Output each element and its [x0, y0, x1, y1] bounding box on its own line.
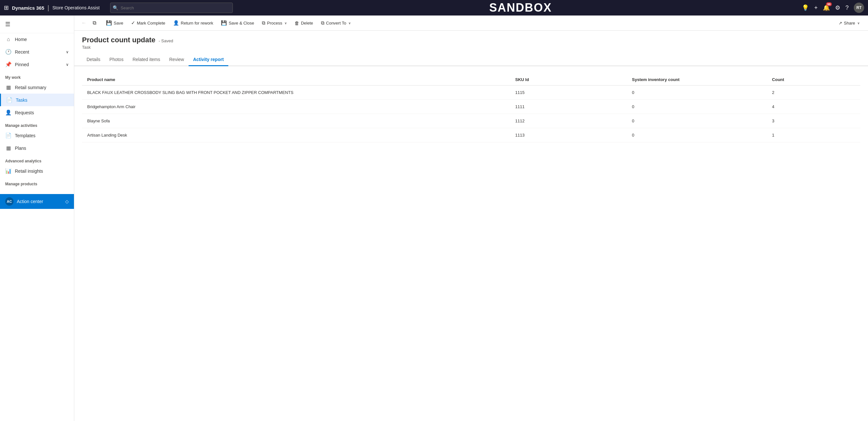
process-icon: ⧉ — [262, 20, 266, 26]
sidebar-item-retail-summary[interactable]: ▦ Retail summary — [0, 81, 74, 94]
table-row[interactable]: Artisan Landing Desk 1113 0 1 — [82, 128, 860, 142]
nav-arrows: ← ⧉ — [80, 19, 99, 27]
action-center-label: Action center — [17, 199, 43, 204]
retail-summary-icon: ▦ — [5, 84, 11, 90]
table-container: Product name SKU Id System inventory cou… — [74, 66, 868, 421]
process-button[interactable]: ⧉ Process ∨ — [259, 18, 290, 28]
tab-activity-report[interactable]: Activity report — [189, 54, 228, 66]
sidebar-item-action-center[interactable]: AC Action center ◇ — [0, 194, 74, 209]
table-row[interactable]: BLACK FAUX LEATHER CROSSBODY SLING BAG W… — [82, 86, 860, 100]
save-label: Save — [114, 21, 123, 26]
action-center-diamond-icon: ◇ — [65, 199, 69, 204]
sidebar-item-templates-label: Templates — [15, 133, 35, 138]
cell-count: 1 — [767, 128, 860, 142]
sidebar-item-requests[interactable]: 👤 Requests — [0, 106, 74, 119]
templates-icon: 📄 — [5, 132, 11, 138]
tab-review[interactable]: Review — [165, 54, 189, 66]
home-icon: ⌂ — [5, 36, 11, 42]
save-close-icon: 💾 — [221, 20, 227, 26]
share-button[interactable]: ↗ Share ∨ — [835, 19, 863, 27]
delete-button[interactable]: 🗑 Delete — [291, 19, 316, 28]
sidebar-item-plans[interactable]: ▦ Plans — [0, 142, 74, 154]
table-row[interactable]: Bridgehampton Arm Chair 1111 0 4 — [82, 100, 860, 114]
sidebar-item-pinned[interactable]: 📌 Pinned ∨ — [0, 58, 74, 71]
topbar-brand: ⊞ Dynamics 365 | Store Operations Assist — [4, 4, 100, 12]
save-and-close-label: Save & Close — [228, 21, 254, 26]
checkmark-icon: ✓ — [131, 20, 135, 26]
page-title: Product count update — [82, 36, 155, 44]
sidebar-item-tasks[interactable]: 📄 Tasks — [0, 94, 74, 106]
sidebar-item-recent-label: Recent — [15, 50, 29, 55]
plans-icon: ▦ — [5, 145, 11, 151]
forward-button[interactable]: ⧉ — [90, 19, 99, 27]
back-button[interactable]: ← — [80, 19, 89, 27]
bulb-icon[interactable]: 💡 — [802, 4, 809, 11]
cell-product-name: Blayne Sofa — [82, 114, 510, 128]
manage-products-section-label: Manage products — [0, 177, 74, 188]
page-subtitle: Task — [82, 45, 860, 50]
share-icon: ↗ — [839, 21, 842, 26]
convert-icon: ⧉ — [321, 20, 324, 26]
topbar: ⊞ Dynamics 365 | Store Operations Assist… — [0, 0, 868, 15]
pinned-icon: 📌 — [5, 61, 11, 67]
action-center-avatar: AC — [5, 197, 13, 206]
main-layout: ☰ ⌂ Home 🕐 Recent ∨ 📌 Pinned ∨ My work ▦… — [0, 15, 868, 421]
return-for-rework-button[interactable]: 👤 Return for rework — [170, 18, 216, 28]
sidebar-item-tasks-label: Tasks — [16, 97, 27, 103]
tasks-icon: 📄 — [6, 97, 12, 103]
tab-details[interactable]: Details — [82, 54, 105, 66]
requests-icon: 👤 — [5, 109, 11, 116]
sidebar-item-retail-insights-label: Retail insights — [15, 168, 43, 174]
table-row[interactable]: Blayne Sofa 1112 0 3 — [82, 114, 860, 128]
sidebar-item-recent[interactable]: 🕐 Recent ∨ — [0, 45, 74, 58]
plus-icon[interactable]: + — [814, 4, 817, 11]
process-dropdown-arrow: ∨ — [284, 21, 287, 25]
avatar[interactable]: RT — [854, 3, 864, 13]
chevron-down-icon: ∨ — [66, 50, 69, 54]
save-and-close-button[interactable]: 💾 Save & Close — [218, 18, 257, 28]
advanced-analytics-section-label: Advanced analytics — [0, 154, 74, 165]
sidebar-item-retail-summary-label: Retail summary — [15, 85, 46, 90]
tabs-bar: Details Photos Related items Review Acti… — [74, 54, 868, 66]
retail-insights-icon: 📊 — [5, 168, 11, 174]
tab-related-items[interactable]: Related items — [128, 54, 165, 66]
return-for-rework-label: Return for rework — [181, 21, 213, 26]
sidebar-item-requests-label: Requests — [15, 110, 34, 115]
topbar-search-area: 🔍 — [110, 3, 233, 13]
waffle-icon[interactable]: ⊞ — [4, 4, 9, 11]
command-bar: ← ⧉ 💾 Save ✓ Mark Complete 👤 Return for … — [74, 15, 868, 31]
delete-label: Delete — [301, 21, 313, 26]
page-header: Product count update - Saved Task — [74, 31, 868, 50]
help-icon[interactable]: ? — [845, 4, 848, 11]
cell-system-inventory-count: 0 — [627, 86, 767, 100]
cell-count: 4 — [767, 100, 860, 114]
sidebar-hamburger-icon[interactable]: ☰ — [0, 18, 74, 30]
save-button[interactable]: 💾 Save — [103, 18, 127, 28]
gear-icon[interactable]: ⚙ — [835, 4, 840, 11]
content-area: ← ⧉ 💾 Save ✓ Mark Complete 👤 Return for … — [74, 15, 868, 421]
search-input[interactable] — [110, 3, 233, 13]
convert-to-button[interactable]: ⧉ Convert To ∨ — [318, 18, 354, 28]
sidebar-item-plans-label: Plans — [15, 145, 26, 151]
sidebar-item-home[interactable]: ⌂ Home — [0, 33, 74, 45]
sidebar-top: ☰ — [0, 15, 74, 33]
col-header-count: Count — [767, 74, 860, 86]
cell-count: 3 — [767, 114, 860, 128]
save-icon: 💾 — [106, 20, 112, 26]
cell-product-name: Artisan Landing Desk — [82, 128, 510, 142]
cell-sku-id: 1115 — [510, 86, 627, 100]
mark-complete-button[interactable]: ✓ Mark Complete — [128, 18, 168, 28]
sidebar-item-templates[interactable]: 📄 Templates — [0, 129, 74, 142]
tab-photos[interactable]: Photos — [105, 54, 128, 66]
chevron-down-icon-2: ∨ — [66, 62, 69, 67]
sidebar-item-retail-insights[interactable]: 📊 Retail insights — [0, 165, 74, 177]
col-header-sku-id: SKU Id — [510, 74, 627, 86]
cell-sku-id: 1112 — [510, 114, 627, 128]
my-work-section-label: My work — [0, 71, 74, 81]
activity-report-table: Product name SKU Id System inventory cou… — [82, 74, 860, 142]
cell-product-name: BLACK FAUX LEATHER CROSSBODY SLING BAG W… — [82, 86, 510, 100]
notification-badge: 99 — [826, 2, 832, 6]
return-icon: 👤 — [173, 20, 179, 26]
saved-badge: - Saved — [159, 38, 173, 43]
bell-icon[interactable]: 🔔 99 — [823, 4, 830, 11]
